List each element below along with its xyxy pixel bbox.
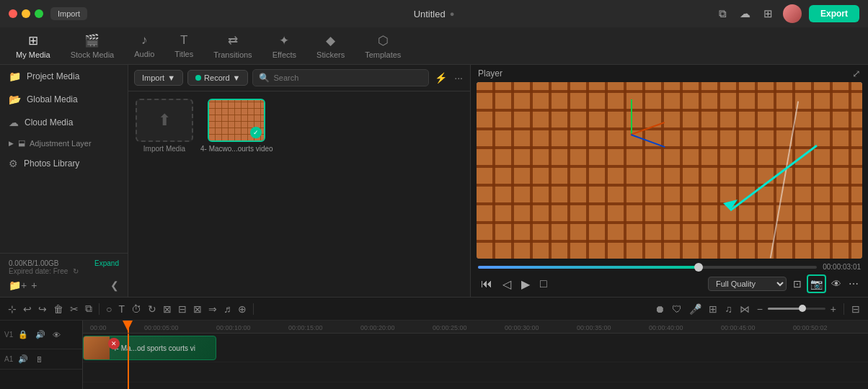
plus-icon[interactable]: + xyxy=(828,302,838,316)
add-icon[interactable]: + xyxy=(31,280,37,291)
tab-stock-media[interactable]: 🎬 Stock Media xyxy=(61,29,125,63)
collapse-sidebar-icon[interactable]: ❮ xyxy=(110,280,119,291)
timer-icon[interactable]: ⏱ xyxy=(129,302,143,316)
player-fullscreen-icon[interactable]: ⤢ xyxy=(852,68,861,79)
timeline-tracks: ✕ 4- Ma...od sports courts vi xyxy=(83,334,868,389)
left-sidebar: 📁 Project Media 📂 Global Media ☁ Cloud M… xyxy=(0,65,128,297)
tab-effects[interactable]: ✦ Effects xyxy=(262,29,306,63)
track-row-v1: ✕ 4- Ma...od sports courts vi xyxy=(83,334,868,362)
export-button[interactable]: Export xyxy=(809,5,859,22)
title-right: ⧉ ☁ ⊞ Export xyxy=(716,4,859,23)
zoom-thumb[interactable] xyxy=(799,305,806,312)
minimize-button[interactable] xyxy=(22,9,30,18)
sidebar-item-project-media[interactable]: 📁 Project Media xyxy=(0,65,128,88)
fullscreen-button[interactable] xyxy=(35,9,43,18)
tab-templates[interactable]: ⬡ Templates xyxy=(355,29,411,63)
track-number-v1: V1 xyxy=(4,331,13,339)
ruler-50: 00:00:50:02 xyxy=(793,324,828,331)
split-icon[interactable]: ⊟ xyxy=(176,302,189,316)
rotate-icon[interactable]: ↻ xyxy=(146,302,159,316)
avatar[interactable] xyxy=(783,4,802,23)
stock-media-icon: 🎬 xyxy=(84,33,99,48)
quality-dropdown[interactable]: Full Quality Half Quality Quarter Qualit… xyxy=(708,277,787,291)
copy-icon[interactable]: ⧉ xyxy=(83,301,94,316)
crop-tool-icon[interactable]: ⊠ xyxy=(161,302,174,316)
cloud-icon[interactable]: ☁ xyxy=(737,6,753,22)
expand-link[interactable]: Expand xyxy=(94,259,119,267)
track-a1-audio-icon[interactable]: 🔊 xyxy=(16,353,30,365)
tab-titles[interactable]: T Titles xyxy=(164,29,203,63)
record-tl-icon[interactable]: ⏺ xyxy=(652,302,667,316)
play-button[interactable]: ▶ xyxy=(518,276,533,292)
tab-stickers-label: Stickers xyxy=(316,50,345,59)
sidebar-item-global-media[interactable]: 📂 Global Media xyxy=(0,88,128,111)
record-label: Record xyxy=(204,73,229,82)
filter-icon[interactable]: ⚡ xyxy=(433,71,448,85)
sidebar-item-photos-library[interactable]: ⚙ Photos Library xyxy=(0,152,128,175)
sidebar-expand-adjustment[interactable]: ▶ ⬓ Adjustment Layer xyxy=(0,134,128,152)
frame-forward-icon[interactable]: □ xyxy=(537,276,550,292)
zoom-track[interactable] xyxy=(768,308,825,310)
music-icon[interactable]: ♫ xyxy=(722,302,735,316)
refresh-icon[interactable]: ↻ xyxy=(73,267,79,275)
clip-delete-icon[interactable]: ✕ xyxy=(108,338,120,349)
track-eye-icon[interactable]: 👁 xyxy=(50,329,63,341)
titles-icon: T xyxy=(180,33,187,48)
track-audio-icon[interactable]: 🔊 xyxy=(33,328,48,341)
track-header-v1: V1 🔒 🔊 👁 xyxy=(0,321,82,349)
more-player-icon[interactable]: ⋯ xyxy=(846,274,861,293)
progress-track[interactable] xyxy=(478,266,817,269)
select-tool-icon[interactable]: ⊹ xyxy=(6,302,19,316)
track-lock-icon[interactable]: 🔒 xyxy=(16,328,30,341)
undo-icon[interactable]: ↩ xyxy=(21,302,34,316)
delete-icon[interactable]: 🗑 xyxy=(51,302,66,316)
redo-icon[interactable]: ↪ xyxy=(36,302,49,316)
record-dropdown-button[interactable]: Record ▼ xyxy=(187,70,248,86)
grid-icon[interactable]: ⊞ xyxy=(761,6,776,22)
my-media-icon: ⊞ xyxy=(28,33,38,48)
layer-icon[interactable]: ⊞ xyxy=(707,302,719,316)
shield-icon[interactable]: 🛡 xyxy=(670,302,684,316)
add-folder-icon[interactable]: 📁+ xyxy=(9,280,27,291)
sidebar-item-cloud-media[interactable]: ☁ Cloud Media xyxy=(0,111,128,134)
search-input[interactable] xyxy=(273,73,422,82)
layout-icon[interactable]: ⊟ xyxy=(849,302,862,316)
cut-icon[interactable]: ✂ xyxy=(68,302,81,316)
audio-icon: ♪ xyxy=(141,33,148,48)
progress-thumb[interactable] xyxy=(694,263,703,272)
mic-icon[interactable]: 🎤 xyxy=(687,302,704,316)
video-media-item[interactable]: ✓ 4- Macwo...ourts video xyxy=(200,99,273,153)
frame-back-icon[interactable]: ◁ xyxy=(500,276,514,292)
track-row-a1 xyxy=(83,362,868,383)
speed-icon[interactable]: ⇒ xyxy=(206,302,219,316)
tab-stickers[interactable]: ◆ Stickers xyxy=(306,29,355,63)
import-media-label: Import Media xyxy=(143,145,185,153)
window-icon[interactable]: ⧉ xyxy=(716,6,730,22)
audio-enhance-icon[interactable]: ♬ xyxy=(221,302,234,316)
trim-icon[interactable]: ⊠ xyxy=(191,302,204,316)
skip-back-icon[interactable]: ⏮ xyxy=(478,276,495,292)
screenshot-icon[interactable]: 📷 xyxy=(807,274,826,293)
tab-transitions[interactable]: ⇄ Transitions xyxy=(203,29,262,63)
more-options-icon[interactable]: ··· xyxy=(453,71,464,85)
title-center: Untitled ● xyxy=(414,9,455,19)
tab-audio[interactable]: ♪ Audio xyxy=(124,29,164,63)
eye-icon[interactable]: 👁 xyxy=(829,274,843,293)
import-dropdown-button[interactable]: Import ▼ xyxy=(134,70,183,86)
app-title: Untitled xyxy=(414,9,446,19)
text-icon[interactable]: T xyxy=(116,302,127,316)
tab-templates-label: Templates xyxy=(365,50,401,59)
import-media-item[interactable]: ⬆ Import Media xyxy=(136,99,193,153)
crop-icon[interactable]: ⊡ xyxy=(791,274,804,293)
video-scene xyxy=(477,82,862,259)
import-button[interactable]: Import xyxy=(50,7,87,20)
minus-icon[interactable]: − xyxy=(755,302,765,316)
ai-icon[interactable]: ⊕ xyxy=(236,302,249,316)
track-a1-volume-icon[interactable]: 🎚 xyxy=(33,354,45,365)
merge-icon[interactable]: ⋈ xyxy=(738,302,752,316)
video-clip[interactable]: ✕ 4- Ma...od sports courts vi xyxy=(83,336,216,360)
close-button[interactable] xyxy=(9,9,17,18)
tab-my-media[interactable]: ⊞ My Media xyxy=(6,29,61,63)
mask-icon[interactable]: ○ xyxy=(104,302,114,316)
player-title: Player xyxy=(478,68,502,79)
